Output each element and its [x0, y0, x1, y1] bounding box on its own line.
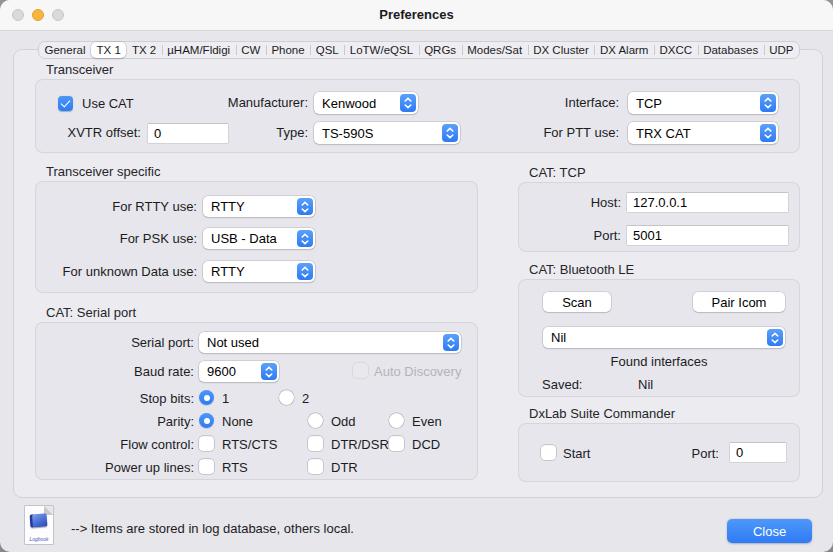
tab-label: TX 2	[132, 44, 156, 56]
xvtr-offset-label: XVTR offset:	[41, 125, 141, 141]
tab-label: QRGs	[424, 44, 456, 56]
popup-stepper-icon	[760, 124, 776, 142]
ptt-value: TRX CAT	[628, 126, 778, 141]
host-field[interactable]: 127.0.0.1	[626, 192, 789, 213]
popup-stepper-icon	[297, 230, 313, 247]
stop-bits-2-label: 2	[302, 391, 309, 407]
preferences-window: Preferences General TX 1 TX 2 µHAM/Fldig…	[0, 0, 833, 552]
popup-stepper-icon	[767, 329, 783, 346]
psk-use-popup[interactable]: USB - Data	[203, 228, 315, 249]
tab-general[interactable]: General	[39, 42, 91, 58]
tab-label: Databases	[703, 44, 758, 56]
tab-tx2[interactable]: TX 2	[126, 42, 161, 58]
tab-udp[interactable]: UDP	[764, 42, 799, 58]
psk-use-label: For PSK use:	[57, 231, 197, 247]
transceiver-box-title: Transceiver	[46, 62, 113, 77]
dxlab-start-checkbox[interactable]	[541, 445, 556, 460]
tab-label: Phone	[271, 44, 304, 56]
logbook-icon: Logbook	[25, 506, 53, 544]
serial-port-value: Not used	[199, 335, 461, 350]
stop-bits-2-radio[interactable]	[279, 390, 294, 405]
auto-discovery-checkbox	[353, 363, 368, 378]
dxlab-box-title: DxLab Suite Commander	[529, 406, 675, 421]
type-popup[interactable]: TS-590S	[314, 122, 460, 144]
rtty-use-popup[interactable]: RTTY	[203, 196, 315, 217]
popup-stepper-icon	[297, 263, 313, 280]
tab-lotw-eqsl[interactable]: LoTW/eQSL	[344, 42, 418, 58]
tab-label: µHAM/Fldigi	[167, 44, 230, 56]
flow-dtrdsr-label: DTR/DSR	[331, 437, 389, 453]
logbook-icon-label: Logbook	[25, 536, 53, 542]
popup-stepper-icon	[261, 363, 277, 380]
tab-modes-sat[interactable]: Modes/Sat	[462, 42, 528, 58]
flow-dcd-checkbox[interactable]	[389, 436, 404, 451]
tcp-port-label: Port:	[521, 228, 621, 244]
stop-bits-1-radio[interactable]	[199, 390, 214, 405]
flow-rtscts-label: RTS/CTS	[222, 437, 277, 453]
tab-dx-cluster[interactable]: DX Cluster	[528, 42, 595, 58]
footer-note: --> Items are stored in log database, ot…	[71, 521, 354, 536]
manufacturer-popup[interactable]: Kenwood	[314, 92, 418, 114]
tab-uham-fldigi[interactable]: µHAM/Fldigi	[162, 42, 236, 58]
type-value: TS-590S	[314, 126, 460, 141]
parity-label: Parity:	[44, 414, 194, 430]
tab-dx-alarm[interactable]: DX Alarm	[594, 42, 654, 58]
tab-tx1[interactable]: TX 1	[91, 42, 126, 58]
preferences-tabbar: General TX 1 TX 2 µHAM/Fldigi CW Phone Q…	[38, 41, 800, 59]
tab-label: UDP	[769, 44, 793, 56]
titlebar: Preferences	[0, 0, 833, 31]
use-cat-label: Use CAT	[82, 96, 134, 112]
tcp-box: Host: 127.0.0.1 Port: 5001	[518, 182, 800, 252]
found-interfaces-label: Found interfaces	[519, 354, 799, 370]
parity-none-radio[interactable]	[199, 413, 214, 428]
use-cat-checkbox[interactable]	[58, 96, 73, 111]
tab-label: QSL	[316, 44, 339, 56]
tab-phone[interactable]: Phone	[266, 42, 310, 58]
tcp-port-field[interactable]: 5001	[626, 225, 789, 246]
interface-popup[interactable]: TCP	[628, 92, 778, 114]
bluetooth-box-title: CAT: Bluetooth LE	[529, 262, 634, 277]
transceiver-specific-box-title: Transceiver specific	[46, 164, 160, 179]
tcp-box-title: CAT: TCP	[529, 165, 586, 180]
pair-icom-button[interactable]: Pair Icom	[693, 292, 785, 312]
tab-cw[interactable]: CW	[236, 42, 266, 58]
popup-stepper-icon	[400, 94, 416, 112]
popup-stepper-icon	[760, 94, 776, 112]
book-icon	[30, 513, 48, 527]
ptt-popup[interactable]: TRX CAT	[628, 122, 778, 144]
bluetooth-device-popup[interactable]: Nil	[543, 327, 785, 348]
baud-rate-popup[interactable]: 9600	[199, 361, 279, 382]
flow-dtrdsr-checkbox[interactable]	[308, 436, 323, 451]
power-dtr-checkbox[interactable]	[308, 459, 323, 474]
power-up-lines-label: Power up lines:	[44, 460, 194, 476]
tab-label: DX Cluster	[533, 44, 589, 56]
tab-qsl[interactable]: QSL	[310, 42, 344, 58]
baud-rate-label: Baud rate:	[54, 364, 194, 380]
tab-label: TX 1	[97, 44, 121, 56]
interface-value: TCP	[628, 96, 778, 111]
power-rts-checkbox[interactable]	[199, 459, 214, 474]
dxlab-port-label: Port:	[619, 446, 719, 462]
power-rts-label: RTS	[222, 460, 248, 476]
serial-port-popup[interactable]: Not used	[199, 332, 461, 353]
rtty-use-label: For RTTY use:	[57, 199, 197, 215]
scan-button[interactable]: Scan	[543, 292, 611, 312]
parity-odd-radio[interactable]	[308, 413, 323, 428]
serial-port-box: Serial port: Not used Baud rate: 9600 Au…	[35, 322, 478, 480]
parity-odd-label: Odd	[331, 414, 356, 430]
dxlab-box: Start Port: 0	[518, 423, 800, 482]
dxlab-port-field[interactable]: 0	[729, 442, 787, 463]
tab-qrgs[interactable]: QRGs	[419, 42, 462, 58]
tab-label: DXCC	[660, 44, 693, 56]
stop-bits-1-label: 1	[222, 391, 229, 407]
popup-stepper-icon	[297, 198, 313, 215]
saved-label: Saved:	[542, 377, 582, 393]
stop-bits-label: Stop bits:	[44, 391, 194, 407]
close-button[interactable]: Close	[727, 519, 812, 543]
unknown-data-use-popup[interactable]: RTTY	[203, 261, 315, 282]
tab-dxcc[interactable]: DXCC	[654, 42, 698, 58]
flow-rtscts-checkbox[interactable]	[199, 436, 214, 451]
serial-port-label: Serial port:	[54, 335, 194, 351]
tab-databases[interactable]: Databases	[698, 42, 764, 58]
parity-even-radio[interactable]	[389, 413, 404, 428]
